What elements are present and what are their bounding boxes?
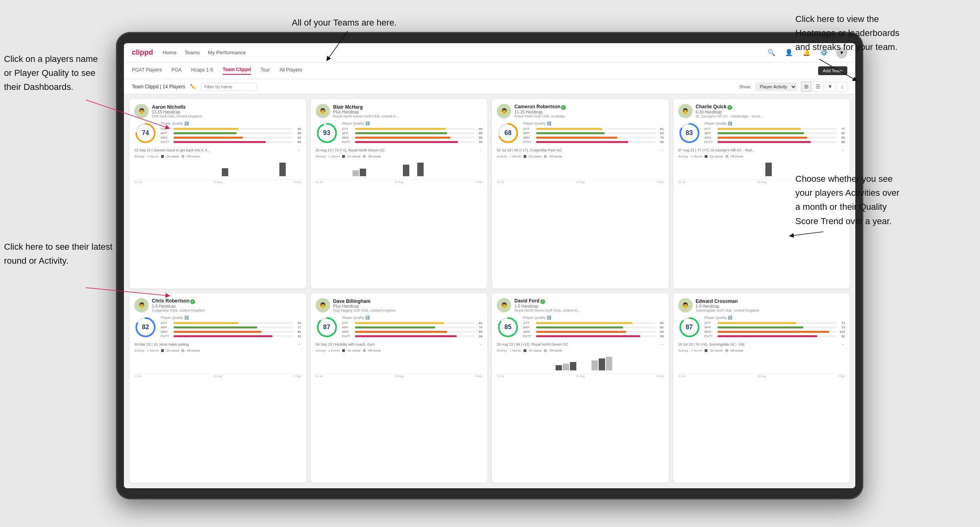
nav-link-performance[interactable]: My Performance xyxy=(208,50,246,56)
annotation-round: Click here to see their latestround or A… xyxy=(4,240,112,268)
stat-row-app: APP 77 xyxy=(161,326,301,329)
player-name[interactable]: Blair McHarg xyxy=(333,104,483,110)
show-select[interactable]: Player Activity xyxy=(755,83,797,91)
add-team-button[interactable]: Add Team xyxy=(818,66,847,75)
quality-circle[interactable]: 82 xyxy=(134,316,157,338)
last-round-arrow[interactable]: → xyxy=(841,342,845,346)
oncourse-legend-dot xyxy=(161,349,164,352)
stats-bars: Player Quality ℹ️ OTT 89 APP 80 ARG 83 xyxy=(523,316,664,339)
chart-dates: 31 Jul 21 Aug 4 Sep xyxy=(316,181,483,183)
stat-row-app: APP 74 xyxy=(342,326,483,329)
activity-section: Activity · 1 Month On course Off course … xyxy=(134,349,301,378)
player-handicap: Plus Handicap xyxy=(333,304,483,308)
last-round[interactable]: 07 Aug 23 | 77 (+7), St George's Hill GC… xyxy=(678,148,845,152)
player-name[interactable]: Aaron Nicholls xyxy=(152,104,301,110)
player-club: Craigmillar Park, United Kingdom xyxy=(152,308,301,312)
navbar: clippd Home Teams My Performance 🔍 👤 🔔 ⚙… xyxy=(124,43,855,62)
last-round[interactable]: 02 Sep 23 | Sunset round to get back int… xyxy=(134,148,301,152)
last-round-arrow[interactable]: → xyxy=(660,148,664,152)
tab-pga[interactable]: PGA xyxy=(171,67,181,74)
activity-label: Activity · 1 Month On course Off course xyxy=(134,349,301,352)
quality-section: 68 Player Quality ℹ️ OTT 61 APP 63 ARG 7 xyxy=(497,121,664,145)
quality-circle[interactable]: 83 xyxy=(678,122,701,144)
tab-tour[interactable]: Tour xyxy=(261,67,270,74)
last-round[interactable]: 26 Aug 23 | 73 (+1), Royal North Devon G… xyxy=(316,148,483,152)
quality-label: Player Quality ℹ️ xyxy=(342,316,483,320)
last-round-arrow[interactable]: → xyxy=(478,148,482,152)
player-name[interactable]: Edward Crossman xyxy=(696,298,845,304)
chart-bar-6-8 xyxy=(556,365,562,370)
last-round-arrow[interactable]: → xyxy=(297,342,301,346)
search-input[interactable] xyxy=(201,83,257,91)
player-name[interactable]: David Ford✓ xyxy=(514,298,664,304)
table-view-button[interactable]: ☰ xyxy=(813,82,823,92)
stat-row-putt: PUTT 96 xyxy=(523,334,664,338)
quality-score: 85 xyxy=(504,324,512,331)
stats-bars: Player Quality ℹ️ OTT 82 APP 74 ARG 85 xyxy=(342,316,483,339)
activity-label: Activity · 1 Month On course Off course xyxy=(678,155,845,158)
chart-dates: 31 Jul 21 Aug 4 Sep xyxy=(134,375,301,378)
quality-circle[interactable]: 68 xyxy=(497,122,519,144)
search-icon[interactable]: 🔍 xyxy=(766,47,777,58)
stat-row-arg: ARG 64 xyxy=(161,136,301,139)
sort-view-button[interactable]: ↕ xyxy=(837,82,847,92)
player-name[interactable]: Dave Billingham xyxy=(333,298,483,304)
filterbar: Team Clippd | 14 Players ✏️ Show: Player… xyxy=(124,79,855,94)
activity-section: Activity · 1 Month On course Off course … xyxy=(678,349,845,378)
stat-row-putt: PUTT 95 xyxy=(342,140,483,144)
activity-label: Activity · 1 Month On course Off course xyxy=(497,349,664,352)
player-avatar: 👨 xyxy=(678,104,693,118)
last-round[interactable]: 04 Sep 23 | Mobility with coach, Gym → xyxy=(316,342,483,346)
edit-icon[interactable]: ✏️ xyxy=(190,84,196,89)
nav-link-home[interactable]: Home xyxy=(163,50,177,56)
stats-bars: Player Quality ℹ️ OTT 60 APP 77 ARG 81 xyxy=(161,316,301,339)
player-avatar: 👨 xyxy=(316,298,330,312)
chart-bar-6-15 xyxy=(606,357,612,370)
quality-score: 82 xyxy=(142,324,149,331)
grid-view-button[interactable]: ⊞ xyxy=(801,82,811,92)
player-avatar: 👨 xyxy=(678,298,693,312)
quality-circle[interactable]: 85 xyxy=(497,316,519,338)
chart-dates: 31 Jul 21 Aug 4 Sep xyxy=(316,375,483,378)
quality-circle[interactable]: 74 xyxy=(134,122,157,144)
quality-section: 87 Player Quality ℹ️ OTT 73 APP 79 ARG 1 xyxy=(678,316,845,339)
tab-pgat[interactable]: PGAT Players xyxy=(132,67,162,74)
stats-bars: Player Quality ℹ️ OTT 60 APP 58 ARG 64 xyxy=(161,121,301,145)
quality-circle[interactable]: 93 xyxy=(316,122,338,144)
player-name[interactable]: Cameron Robertson✓ xyxy=(514,104,664,110)
quality-circle[interactable]: 87 xyxy=(316,316,338,338)
player-info: David Ford✓ 1-5 Handicap Royal North Dev… xyxy=(514,298,664,312)
activity-section: Activity · 1 Month On course Off course … xyxy=(316,349,483,378)
player-handicap: 6-10 Handicap xyxy=(696,110,845,114)
activity-section: Activity · 1 Month On course Off course … xyxy=(497,349,664,378)
offcourse-legend-dot xyxy=(181,155,184,158)
last-round-arrow[interactable]: → xyxy=(478,342,482,346)
chart-area xyxy=(134,160,301,180)
nav-logo: clippd xyxy=(132,48,153,57)
last-round-arrow[interactable]: → xyxy=(660,342,664,346)
player-club: Sunningdale Golf Club, United Kingdom xyxy=(696,308,845,312)
last-round[interactable]: 19 Jul 23 | 74 (+4), Sunningdale GC - Ol… xyxy=(678,342,845,346)
filter-view-button[interactable]: ▼ xyxy=(825,82,835,92)
user-icon[interactable]: 👤 xyxy=(783,47,795,58)
player-name[interactable]: Chris Robertson✓ xyxy=(152,298,301,304)
card-header: 👨 Charlie Quick✓ 6-10 Handicap St. Georg… xyxy=(678,104,845,118)
chart-bar-1-6 xyxy=(360,169,366,176)
activity-section: Activity · 1 Month On course Off course … xyxy=(134,155,301,183)
tab-hcaps[interactable]: Hcaps 1-5 xyxy=(191,67,213,74)
quality-circle[interactable]: 87 xyxy=(678,316,701,338)
tab-all-players[interactable]: All Players xyxy=(279,67,302,74)
verified-badge: ✓ xyxy=(561,105,566,110)
player-name[interactable]: Charlie Quick✓ xyxy=(696,104,845,110)
nav-link-teams[interactable]: Teams xyxy=(185,50,200,56)
stat-row-arg: ARG 83 xyxy=(705,136,845,139)
last-round-arrow[interactable]: → xyxy=(841,148,845,152)
last-round[interactable]: 02 Jul 23 | 59 (+17), Craigmillar Park G… xyxy=(497,148,664,152)
tab-team-clippd[interactable]: Team Clippd xyxy=(223,67,251,75)
last-round[interactable]: 03 Mar 23 | 19, Must make putting → xyxy=(134,342,301,346)
team-label: Team Clippd | 14 Players xyxy=(132,84,185,89)
quality-score: 68 xyxy=(504,129,512,137)
oncourse-legend-dot xyxy=(524,349,526,352)
last-round[interactable]: 26 Aug 23 | 84 (+12), Royal North Devon … xyxy=(497,342,664,346)
last-round-arrow[interactable]: → xyxy=(297,148,301,152)
